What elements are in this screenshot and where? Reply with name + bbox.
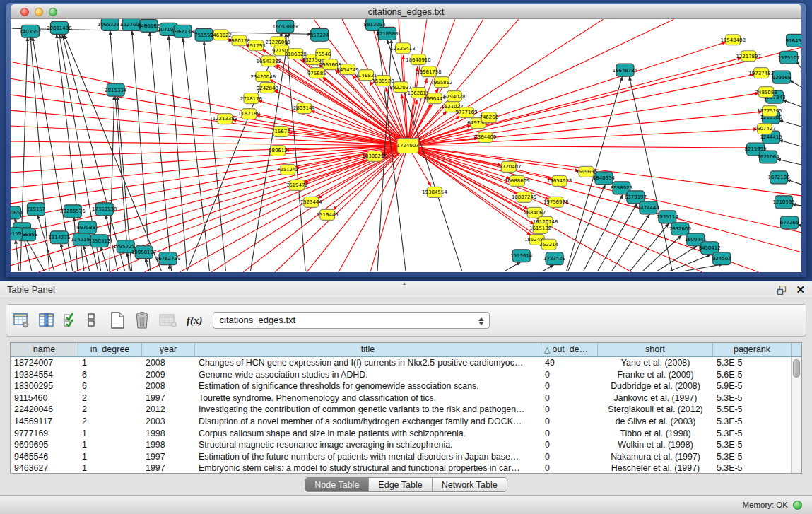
delete-table-icon[interactable] (134, 312, 150, 329)
table-cell-title: Investigating the contribution of common… (195, 404, 541, 416)
table-row[interactable]: 969969511998Structural magnetic resonanc… (11, 439, 801, 451)
table-cell-pagerank: 5.6E-5 (713, 369, 792, 381)
table-cell-pagerank: 5.3E-5 (713, 451, 792, 463)
table-cell-year: 2009 (142, 369, 195, 381)
graph-node-label: 19737483 (748, 71, 773, 76)
table-body[interactable]: 1872400712008Changes of HCN gene express… (11, 357, 801, 473)
graph-edge (598, 204, 637, 271)
vertical-scrollbar[interactable] (791, 357, 801, 473)
table-cell-in_degree: 6 (78, 369, 142, 381)
window-title: citations_edges.txt (11, 6, 801, 17)
table-cell-title: Structural magnetic resonance image aver… (195, 439, 541, 451)
table-row[interactable]: 2242004622012Investigating the contribut… (11, 404, 801, 416)
network-graph[interactable]: 1403557208914061065328715276026466162107… (11, 19, 801, 272)
graph-edge (669, 255, 711, 271)
graph-node-label: 252214 (539, 242, 558, 247)
column-header-name[interactable]: name (11, 343, 78, 356)
scrollbar-thumb[interactable] (793, 359, 800, 378)
graph-node-label: 23226058 (266, 40, 290, 45)
column-header-out_degree[interactable]: △out_de… (541, 343, 598, 356)
graph-node-label: 18300295 (362, 153, 387, 159)
graph-node-label: 1403557 (19, 29, 41, 35)
graph-edge (16, 240, 19, 271)
graph-edge (183, 37, 210, 271)
graph-node-label: 1640954 (593, 175, 616, 181)
tab-network-table[interactable]: Network Table (433, 478, 507, 491)
graph-node-label: 2718176 (240, 96, 262, 102)
column-header-title[interactable]: title (195, 343, 541, 356)
attribute-table: namein_degreeyeartitle△out_de…shortpager… (10, 342, 802, 474)
graph-node-label: 980612 (269, 148, 288, 153)
graph-node-label: 10653287 (98, 22, 122, 28)
graph-node-label: 1182189 (238, 111, 260, 117)
new-table-icon[interactable] (110, 312, 125, 329)
table-row[interactable]: 1938455462009Genome-wide association stu… (11, 369, 801, 381)
table-row[interactable]: 946362711997Embryonic stem cells: a mode… (11, 462, 801, 473)
table-row[interactable]: 946554611997Estimation of the future num… (11, 451, 801, 463)
table-cell-name: 19384554 (11, 369, 78, 381)
table-cell-title: Estimation of the future numbers of pati… (195, 451, 541, 463)
graph-edge (101, 247, 108, 271)
network-window[interactable]: citations_edges.txt 14035572089140610653… (6, 3, 806, 277)
graph-node-label: 18775165 (757, 108, 782, 114)
table-cell-title: Estimation of significance thresholds fo… (195, 380, 541, 392)
table-settings-icon[interactable] (13, 313, 30, 328)
table-cell-name: 18724007 (11, 357, 78, 369)
graph-node-label: 17957253 (113, 244, 138, 250)
table-cell-in_degree: 2 (78, 416, 142, 428)
memory-status-icon[interactable] (793, 501, 802, 510)
graph-node-label: 16543382 (257, 59, 281, 64)
graph-edge (543, 265, 554, 271)
table-cell-name: 18300295 (11, 380, 78, 392)
table-row[interactable]: 1872400712008Changes of HCN gene express… (11, 357, 801, 369)
graph-node-label: 219157 (27, 206, 46, 212)
select-columns-icon[interactable] (39, 313, 54, 328)
splitter-grip[interactable]: ▴ (400, 281, 408, 286)
graph-node-label: 20206576 (60, 209, 85, 214)
table-cell-pagerank: 5.9E-5 (713, 380, 792, 392)
table-cell-title: Disruption of a novel member of a sodium… (195, 416, 541, 428)
table-row[interactable]: 977716911998Corpus callosum shape and si… (11, 428, 801, 440)
graph-node-label: 8822037 (389, 85, 411, 90)
float-window-icon[interactable] (777, 286, 787, 295)
graph-node-label: 16782759 (155, 256, 180, 262)
graph-node-label: 7632609 (669, 226, 691, 232)
table-row[interactable]: 911546021997Tourette syndrome. Phenomeno… (11, 392, 801, 404)
tab-edge-table[interactable]: Edge Table (369, 478, 432, 491)
column-header-year[interactable]: year (142, 343, 195, 356)
graph-node-label: 10688609 (505, 178, 529, 184)
table-cell-out_degree: 0 (541, 404, 598, 416)
window-titlebar[interactable]: citations_edges.txt (11, 4, 801, 19)
table-cell-year: 1997 (142, 392, 195, 404)
graph-node-label: 1621064 (758, 154, 780, 160)
table-cell-in_degree: 6 (78, 380, 142, 392)
graph-node-label: 891293 (247, 43, 266, 49)
graph-node-label: 6466162 (138, 23, 160, 29)
graph-node-label: 9975887 (76, 225, 98, 230)
table-selector-dropdown[interactable]: citations_edges.txt (213, 312, 490, 329)
graph-node-label: 23420046 (251, 74, 276, 80)
table-row[interactable]: 1456911722003Disruption of a novel membe… (11, 416, 801, 428)
column-header-pagerank[interactable]: pagerank (713, 343, 792, 356)
graph-node-label: 7619472 (286, 182, 308, 188)
table-toolbar: f(x) citations_edges.txt (6, 304, 806, 337)
table-cell-year: 2012 (142, 404, 195, 416)
network-canvas[interactable]: 1403557208914061065328715276026466162107… (11, 19, 801, 272)
table-panel-header: Table Panel ▴ ✕ (0, 281, 812, 298)
table-row[interactable]: 1830029562008Estimation of significance … (11, 380, 801, 392)
function-builder-icon[interactable]: f(x) (187, 315, 203, 327)
merge-rows-icon[interactable] (87, 313, 95, 328)
graph-node-label: 15720407 (496, 164, 521, 170)
graph-node-label: 8186328 (285, 52, 307, 57)
column-header-in_degree[interactable]: in_degree (78, 343, 142, 356)
table-panel: Table Panel ▴ ✕ (0, 281, 812, 514)
graph-edge (204, 41, 226, 271)
graph-node-label: 1575107 (778, 55, 800, 61)
graph-node-label: 9474444 (637, 205, 660, 211)
column-header-short[interactable]: short (598, 343, 713, 356)
table-selector-value: citations_edges.txt (220, 315, 296, 325)
graph-node-label: 1314275 (48, 235, 70, 240)
select-all-rows-icon[interactable] (64, 313, 78, 328)
close-panel-icon[interactable]: ✕ (796, 284, 805, 296)
tab-node-table[interactable]: Node Table (305, 478, 369, 491)
